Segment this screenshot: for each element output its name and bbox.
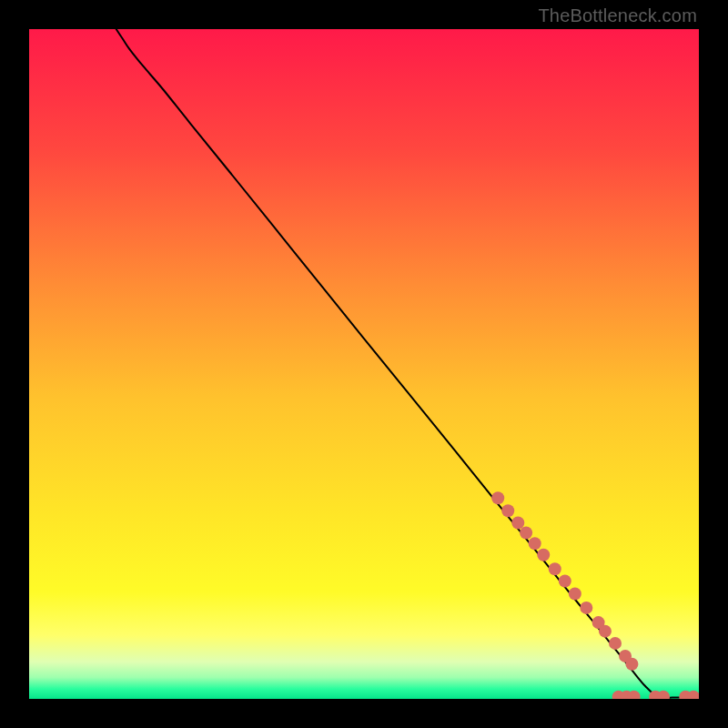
sample-point [580, 602, 592, 614]
sample-point [491, 491, 504, 504]
gradient-background [29, 29, 699, 699]
sample-point [609, 637, 622, 650]
sample-point [511, 516, 524, 529]
sample-point [501, 504, 514, 517]
plot-area [29, 29, 699, 699]
sample-point [529, 537, 541, 550]
sample-point [520, 526, 532, 539]
sample-point [625, 658, 638, 671]
sample-point [537, 549, 550, 561]
chart-svg [29, 29, 699, 699]
sample-point [559, 574, 571, 587]
chart-frame: TheBottleneck.com [0, 0, 728, 728]
sample-point [599, 625, 612, 638]
attribution-text: TheBottleneck.com [538, 5, 697, 26]
sample-point [569, 587, 581, 600]
sample-point [549, 562, 561, 575]
